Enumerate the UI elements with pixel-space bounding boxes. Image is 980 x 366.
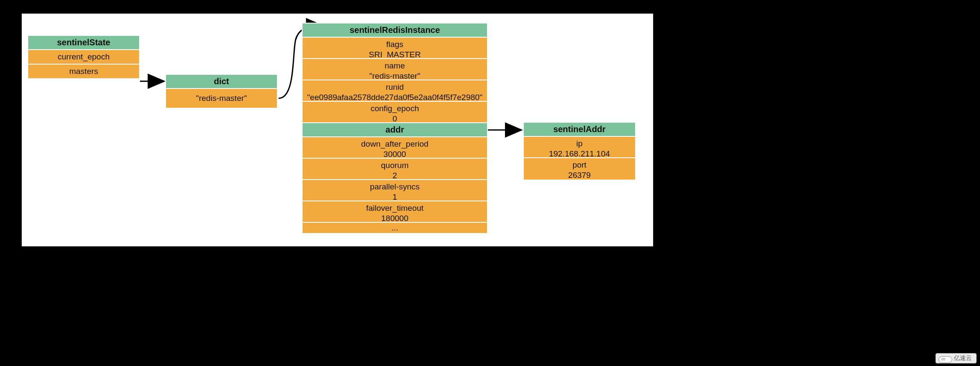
row-masters: masters <box>28 65 139 78</box>
row-quorum: quorum 2 <box>303 159 487 180</box>
cloud-icon <box>938 354 951 362</box>
row-config-epoch: config_epoch 0 <box>303 102 487 123</box>
row-runid: runid "ee0989afaa2578dde27da0f5e2aa0f4f5… <box>303 80 487 102</box>
box-sentinel-redis-instance: sentinelRedisInstance flags SRI_MASTER n… <box>302 23 488 234</box>
watermark-badge: 亿速云 <box>935 353 977 363</box>
row-down-after-period: down_after_period 30000 <box>303 137 487 159</box>
row-name: name "redis-master" <box>303 59 487 80</box>
box-sentinel-addr: sentinelAddr ip 192.168.211.104 port 263… <box>523 122 636 180</box>
box-dict: dict "redis-master" <box>165 74 278 109</box>
box-addr-subheader: addr <box>303 123 487 137</box>
box-dict-title: dict <box>166 75 277 89</box>
diagram-canvas: sentinelState current_epoch masters dict… <box>21 13 653 247</box>
row-current-epoch: current_epoch <box>28 50 139 65</box>
box-sentinel-state: sentinelState current_epoch masters <box>27 35 140 79</box>
box-instance-title: sentinelRedisInstance <box>303 24 487 38</box>
box-sentinel-state-title: sentinelState <box>28 36 139 50</box>
row-dict-key: "redis-master" <box>166 89 277 108</box>
box-addr-title: sentinelAddr <box>524 123 635 137</box>
watermark-text: 亿速云 <box>954 354 972 362</box>
row-flags: flags SRI_MASTER <box>303 38 487 59</box>
row-failover-timeout: failover_timeout 180000 <box>303 201 487 223</box>
row-ellipsis: ... <box>303 223 487 233</box>
row-ip: ip 192.168.211.104 <box>524 137 635 158</box>
row-parallel-syncs: parallel-syncs 1 <box>303 180 487 201</box>
row-port: port 26379 <box>524 158 635 180</box>
